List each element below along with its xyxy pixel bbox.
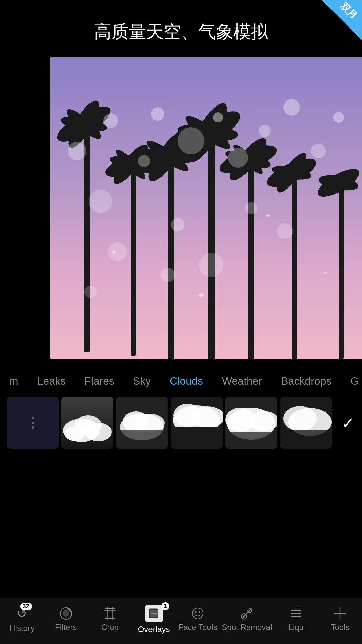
svg-point-49 [199,253,223,277]
cat-tab-leaks[interactable]: Leaks [28,372,75,390]
nav-tools-label: Tools [330,623,349,632]
svg-text:✦: ✦ [111,248,117,257]
cat-tab-sky[interactable]: Sky [124,372,160,390]
svg-point-46 [333,112,344,123]
svg-point-109 [195,611,197,613]
svg-point-38 [89,190,112,213]
svg-rect-87 [171,427,223,449]
svg-point-45 [311,144,326,158]
svg-point-44 [283,99,300,116]
main-canvas: ✦ ✦ ✦ ✦ [50,57,362,359]
overlays-icon [148,608,160,619]
tools-icon [334,607,346,620]
svg-rect-12 [168,158,174,359]
scene-svg: ✦ ✦ ✦ ✦ [50,57,362,359]
svg-point-110 [199,611,201,613]
svg-point-108 [192,608,203,619]
cat-tab-g[interactable]: G [341,372,362,390]
svg-text:✦: ✦ [323,270,328,276]
svg-point-53 [160,268,175,282]
nav-liquify[interactable]: Liqu [276,607,316,632]
thumbnail-strip: ✓ [0,393,362,452]
svg-point-48 [171,218,184,231]
thumb-more-options[interactable] [7,397,59,449]
svg-point-37 [138,155,150,167]
face-tools-icon [191,607,204,620]
bottom-navigation: 32 ↺ History Filters Crop 1 [0,598,362,644]
nav-face-tools[interactable]: Face Tools [178,607,218,632]
svg-rect-1 [84,124,90,352]
svg-text:✦: ✦ [265,212,271,219]
thumb-cloud-svg-5 [280,397,332,449]
thumb-cloud-1[interactable] [61,397,113,449]
history-badge: 32 [20,603,32,610]
nav-spot-removal[interactable]: Spot Removal [222,607,272,632]
nav-tools[interactable]: Tools [320,607,360,632]
nav-liquify-label: Liqu [289,623,304,632]
svg-point-36 [103,113,118,128]
vdot [32,417,34,419]
overlays-badge: 1 [161,602,169,610]
nav-face-tools-label: Face Tools [178,623,217,632]
svg-rect-82 [116,430,168,449]
vdot [32,422,34,424]
svg-rect-96 [280,430,332,449]
svg-point-77 [65,426,85,441]
svg-point-42 [228,148,248,168]
three-dots-icon [32,417,34,429]
confirm-btn[interactable]: ✓ [335,410,361,436]
svg-point-76 [85,423,112,441]
svg-rect-99 [105,608,115,619]
cat-tab-clouds[interactable]: Clouds [160,372,213,390]
svg-point-52 [84,286,97,298]
nav-filters[interactable]: Filters [46,607,86,632]
svg-point-95 [283,406,317,431]
nav-spot-removal-label: Spot Removal [222,623,272,632]
nav-history[interactable]: 32 ↺ History [2,606,42,633]
svg-rect-28 [292,174,297,359]
crop-icon [104,607,116,620]
nav-filters-label: Filters [55,623,77,632]
page-title: 高质量天空、气象模拟 [0,0,362,57]
cat-tab-backdrops[interactable]: Backdrops [272,372,341,390]
overlays-icon-wrap [145,605,163,622]
svg-point-51 [277,223,293,239]
liquify-icon [290,607,302,620]
svg-line-111 [242,609,252,618]
vdot [32,426,34,429]
nav-overlays[interactable]: 1 Overlays [134,605,174,634]
thumb-cloud-5[interactable] [280,397,332,449]
svg-point-41 [213,112,223,122]
nav-crop-label: Crop [101,623,119,632]
svg-rect-23 [248,161,254,359]
svg-point-81 [134,414,165,432]
svg-rect-17 [208,134,215,359]
svg-point-50 [245,202,257,214]
nav-overlays-label: Overlays [138,625,170,634]
svg-point-43 [259,125,271,137]
filters-icon [60,607,72,620]
cat-tab-weather[interactable]: Weather [213,372,272,390]
nav-crop[interactable]: Crop [90,607,130,632]
thumb-cloud-svg-2 [116,397,168,449]
thumb-cloud-2[interactable] [116,397,168,449]
checkmark-icon: ✓ [341,414,355,432]
thumb-cloud-svg-4 [225,397,277,449]
cat-tab-flares[interactable]: Flares [75,372,124,390]
badge-text: 双月 [338,0,359,22]
svg-rect-32 [339,184,344,359]
svg-point-98 [63,610,69,617]
svg-point-39 [151,107,164,121]
category-tabs: m Leaks Flares Sky Clouds Weather Backdr… [0,366,362,393]
thumb-cloud-4[interactable] [225,397,277,449]
cat-tab-m[interactable]: m [0,372,28,390]
spot-removal-icon [241,607,253,620]
svg-text:✦: ✦ [197,290,205,301]
thumb-cloud-svg-1 [61,397,113,449]
svg-point-40 [178,127,204,154]
nav-history-label: History [9,624,35,633]
thumb-cloud-3[interactable] [171,397,223,449]
svg-point-35 [68,142,86,160]
thumb-cloud-svg-3 [171,397,223,449]
svg-rect-7 [131,164,136,356]
